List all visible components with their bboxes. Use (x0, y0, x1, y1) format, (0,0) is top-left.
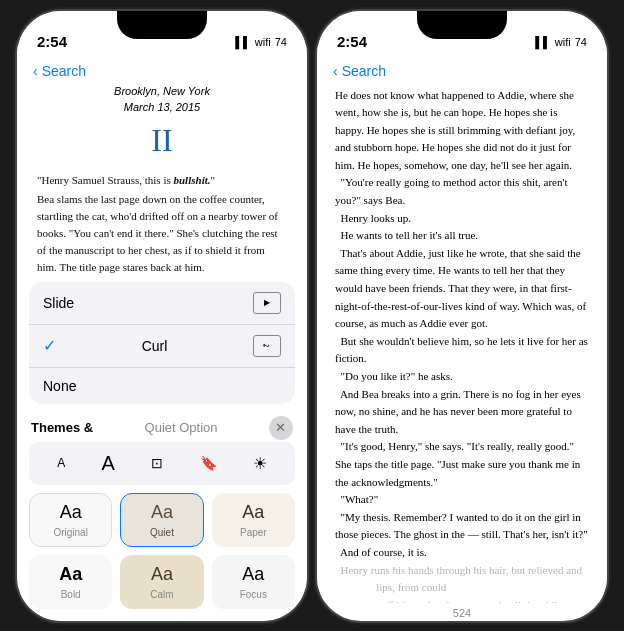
right-para-9: "It's good, Henry," she says. "It's real… (335, 438, 589, 491)
right-para-blurred-2: pay off his student loans, stretch a lit… (335, 597, 589, 603)
book-content-right: He does not know what happened to Addie,… (317, 83, 607, 603)
font-toolbar: A A ⊡ 🔖 ☀ (29, 442, 295, 485)
theme-paper-text: Aa (242, 502, 264, 523)
right-back-label: Search (342, 63, 386, 79)
chevron-left-icon: ‹ (33, 63, 38, 79)
theme-quiet[interactable]: Aa Quiet (120, 493, 203, 547)
slide-option[interactable]: Slide ▶ (29, 282, 295, 325)
curl-icon: ↩ (253, 335, 281, 357)
signal-icon: ▌▌ (235, 36, 251, 48)
right-chevron-left-icon: ‹ (333, 63, 338, 79)
themes-title: Themes & (31, 420, 93, 435)
theme-paper-label: Paper (240, 527, 267, 538)
right-wifi-icon: wifi (555, 36, 571, 48)
bottom-panel: Slide ▶ ✓ Curl ↩ None (17, 282, 307, 621)
right-status-icons: ▌▌ wifi 74 (535, 36, 587, 48)
right-para-6: But she wouldn't believe him, so he lets… (335, 333, 589, 368)
right-para-5: That's about Addie, just like he wrote, … (335, 245, 589, 333)
bookmark-button[interactable]: 🔖 (194, 451, 223, 475)
notch (117, 11, 207, 39)
right-para-blurred-1: Henry runs his hands through his hair, b… (335, 562, 589, 597)
back-label: Search (42, 63, 86, 79)
right-battery-icon: 74 (575, 36, 587, 48)
transition-menu: Slide ▶ ✓ Curl ↩ None (29, 282, 295, 404)
font-increase-button[interactable]: A (96, 448, 121, 479)
theme-calm[interactable]: Aa Calm (120, 555, 203, 609)
right-nav-bar: ‹ Search (317, 59, 607, 83)
right-para-10: "What?" (335, 491, 589, 509)
right-phone: 2:54 ▌▌ wifi 74 ‹ Search He does not kno… (317, 11, 607, 621)
right-back-button[interactable]: ‹ Search (333, 63, 591, 79)
right-notch (417, 11, 507, 39)
book-chapter: II (37, 116, 287, 164)
left-status-bar: 2:54 ▌▌ wifi 74 (17, 11, 307, 59)
right-para-12: And of course, it is. (335, 544, 589, 562)
theme-focus[interactable]: Aa Focus (212, 555, 295, 609)
right-para-8: And Bea breaks into a grin. There is no … (335, 386, 589, 439)
theme-paper[interactable]: Aa Paper (212, 493, 295, 547)
curl-option[interactable]: ✓ Curl ↩ (29, 325, 295, 368)
slide-label: Slide (43, 295, 74, 311)
none-option[interactable]: None (29, 368, 295, 404)
theme-bold[interactable]: Aa Bold (29, 555, 112, 609)
right-signal-icon: ▌▌ (535, 36, 551, 48)
wifi-icon: wifi (255, 36, 271, 48)
theme-bold-label: Bold (61, 589, 81, 600)
right-status-bar: 2:54 ▌▌ wifi 74 (317, 11, 607, 59)
theme-original-text: Aa (60, 502, 82, 523)
right-time: 2:54 (337, 33, 367, 50)
theme-original[interactable]: Aa Original (29, 493, 112, 547)
page-number: 524 (317, 603, 607, 621)
right-para-2: "You're really going to method actor thi… (335, 174, 589, 209)
theme-focus-label: Focus (240, 589, 267, 600)
brightness-button[interactable]: ☀ (247, 450, 273, 477)
right-para-11: "My thesis. Remember? I wanted to do it … (335, 509, 589, 544)
theme-calm-text: Aa (151, 564, 173, 585)
battery-icon: 74 (275, 36, 287, 48)
themes-grid: Aa Original Aa Quiet Aa Paper Aa Bold Aa (17, 493, 307, 621)
left-time: 2:54 (37, 33, 67, 50)
theme-bold-text: Aa (59, 564, 82, 585)
slide-icon: ▶ (253, 292, 281, 314)
book-location: Brooklyn, New York (37, 83, 287, 100)
check-icon: ✓ (43, 336, 56, 355)
right-para-1: He does not know what happened to Addie,… (335, 87, 589, 175)
none-label: None (43, 378, 76, 394)
font-decrease-button[interactable]: A (51, 452, 71, 474)
book-date: March 13, 2015 (37, 99, 287, 116)
theme-quiet-label: Quiet (150, 527, 174, 538)
left-status-icons: ▌▌ wifi 74 (235, 36, 287, 48)
themes-header: Themes & Quiet Option ✕ (17, 412, 307, 442)
left-nav-bar: ‹ Search (17, 59, 307, 83)
right-para-4: He wants to tell her it's all true. (335, 227, 589, 245)
font-style-button[interactable]: ⊡ (145, 451, 169, 475)
right-para-3: Henry looks up. (335, 210, 589, 228)
theme-quiet-text: Aa (151, 502, 173, 523)
right-para-7: "Do you like it?" he asks. (335, 368, 589, 386)
close-button[interactable]: ✕ (269, 416, 293, 440)
book-header: Brooklyn, New York March 13, 2015 II (37, 83, 287, 164)
quiet-option-label: Quiet Option (145, 420, 218, 435)
left-phone: 2:54 ▌▌ wifi 74 ‹ Search Brooklyn, New Y… (17, 11, 307, 621)
theme-original-label: Original (53, 527, 87, 538)
back-button[interactable]: ‹ Search (33, 63, 291, 79)
theme-focus-text: Aa (242, 564, 264, 585)
curl-label: Curl (142, 338, 168, 354)
theme-calm-label: Calm (150, 589, 173, 600)
